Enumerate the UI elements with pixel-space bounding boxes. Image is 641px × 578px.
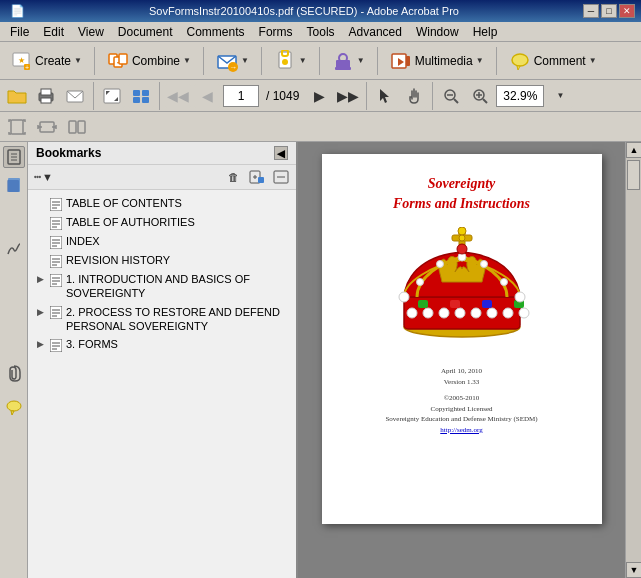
svg-point-49 (34, 176, 36, 178)
svg-point-86 (407, 308, 417, 318)
panel-new-button[interactable] (246, 167, 268, 187)
create-dropdown-arrow: ▼ (74, 56, 82, 65)
send-dropdown-arrow: ▼ (241, 56, 249, 65)
menu-view[interactable]: View (72, 23, 110, 41)
bookmarks-list: TABLE OF CONTENTS TABLE OF AUTHORITIES (28, 190, 296, 578)
svg-marker-48 (11, 411, 14, 415)
bm-icon-authorities (49, 216, 63, 230)
select-tool-button[interactable] (372, 84, 398, 108)
svg-rect-15 (335, 67, 351, 70)
page-number-input[interactable] (223, 85, 259, 107)
open-button[interactable] (4, 84, 30, 108)
bookmark-label-toc: TABLE OF CONTENTS (66, 196, 290, 210)
sidebar-pages-icon[interactable] (3, 174, 25, 196)
panel-options-button[interactable]: ▼ (32, 167, 54, 187)
sidebar-attachments-icon[interactable] (3, 362, 25, 384)
close-button[interactable]: ✕ (619, 4, 635, 18)
scroll-up-button[interactable]: ▲ (626, 142, 641, 158)
menu-file[interactable]: File (4, 23, 35, 41)
bookmark-process[interactable]: ▶ 2. PROCESS TO RESTORE AND DEFEND PERSO… (28, 303, 296, 336)
print-button[interactable] (33, 84, 59, 108)
menu-comments[interactable]: Comments (181, 23, 251, 41)
fit-width-button[interactable] (34, 115, 60, 139)
menu-document[interactable]: Document (112, 23, 179, 41)
sidebar-comments-icon[interactable] (3, 396, 25, 418)
bookmark-toc[interactable]: TABLE OF CONTENTS (28, 194, 296, 213)
svg-point-51 (39, 176, 41, 178)
svg-point-106 (500, 279, 507, 286)
crown-image (382, 227, 542, 346)
hand-tool-button[interactable] (401, 84, 427, 108)
comment-button[interactable]: Comment ▼ (503, 46, 603, 76)
minimize-button[interactable]: ─ (583, 4, 599, 18)
panel-delete-button[interactable]: 🗑 (222, 167, 244, 187)
stamp-dropdown-arrow: ▼ (357, 56, 365, 65)
bookmark-forms[interactable]: ▶ 3. FORMS (28, 335, 296, 354)
menu-tools[interactable]: Tools (301, 23, 341, 41)
bookmark-index[interactable]: INDEX (28, 232, 296, 251)
footer-org: Sovereignty Education and Defense Minist… (385, 414, 537, 425)
panel-expand-button[interactable] (270, 167, 292, 187)
multimedia-button[interactable]: Multimedia ▼ (384, 46, 490, 76)
svg-rect-23 (41, 98, 51, 103)
expander-intro[interactable]: ▶ (34, 273, 46, 287)
menu-help[interactable]: Help (467, 23, 504, 41)
separator-4 (319, 47, 320, 75)
svg-point-50 (36, 176, 38, 178)
send-button[interactable]: → ▼ (210, 46, 255, 76)
maximize-button[interactable]: □ (601, 4, 617, 18)
zoom-dropdown-button[interactable]: ▼ (547, 84, 573, 108)
expander-forms[interactable]: ▶ (34, 338, 46, 352)
menu-forms[interactable]: Forms (253, 23, 299, 41)
nav-sep-2 (159, 82, 160, 110)
nav-sep-1 (93, 82, 94, 110)
bookmark-label-authorities: TABLE OF AUTHORITIES (66, 215, 290, 229)
bookmark-authorities[interactable]: TABLE OF AUTHORITIES (28, 213, 296, 232)
zoom-in-button[interactable] (467, 84, 493, 108)
footer-url[interactable]: http://sedm.org (440, 426, 482, 434)
svg-point-107 (457, 244, 467, 254)
zoom-out-button[interactable] (438, 84, 464, 108)
svg-rect-28 (133, 97, 140, 103)
bookmark-label-forms: 3. FORMS (66, 337, 290, 351)
columns-button[interactable] (64, 115, 90, 139)
combine-button[interactable]: Combine ▼ (101, 46, 197, 76)
fullscreen-button[interactable] (99, 84, 125, 108)
multimedia-label: Multimedia (415, 54, 473, 68)
svg-point-87 (423, 308, 433, 318)
pdf-viewer-area[interactable]: Sovereignty Forms and Instructions (298, 142, 625, 578)
panel-close-button[interactable]: ◀ (274, 146, 288, 160)
prev-page-button[interactable]: ◀ (194, 84, 220, 108)
create-button[interactable]: ★ + Create ▼ (4, 46, 88, 76)
sidebar-signatures-icon[interactable] (3, 238, 25, 260)
bookmark-label-index: INDEX (66, 234, 290, 248)
bookmark-intro[interactable]: ▶ 1. INTRODUCTION AND BASICS OF SOVEREIG… (28, 270, 296, 303)
main-area: Bookmarks ◀ ▼ 🗑 (0, 142, 641, 578)
sidebar-bookmarks-icon[interactable] (3, 146, 25, 168)
email-button[interactable] (62, 84, 88, 108)
first-page-button[interactable]: ◀◀ (165, 84, 191, 108)
expander-toc (34, 197, 46, 211)
next-page-button[interactable]: ▶ (306, 84, 332, 108)
pdf-title: Sovereignty Forms and Instructions (393, 174, 530, 213)
menu-edit[interactable]: Edit (37, 23, 70, 41)
panel-header: Bookmarks ◀ (28, 142, 296, 165)
menu-advanced[interactable]: Advanced (343, 23, 408, 41)
bm-icon-forms (49, 338, 63, 352)
scroll-down-button[interactable]: ▼ (626, 562, 641, 578)
bm-icon-revision (49, 254, 63, 268)
zoom-input[interactable] (496, 85, 544, 107)
fit-page-button[interactable] (4, 115, 30, 139)
menu-window[interactable]: Window (410, 23, 465, 41)
last-page-button[interactable]: ▶▶ (335, 84, 361, 108)
bookmark-revision[interactable]: REVISION HISTORY (28, 251, 296, 270)
tags-button[interactable] (128, 84, 154, 108)
svg-point-88 (439, 308, 449, 318)
svg-point-105 (416, 279, 423, 286)
scroll-thumb[interactable] (627, 160, 640, 190)
expander-process[interactable]: ▶ (34, 306, 46, 320)
window-title: SovFormsInstr20100410s.pdf (SECURED) - A… (25, 5, 583, 17)
stamp-button[interactable]: ▼ (326, 46, 371, 76)
scroll-track[interactable] (626, 158, 641, 562)
sign-button[interactable]: ▼ (268, 46, 313, 76)
